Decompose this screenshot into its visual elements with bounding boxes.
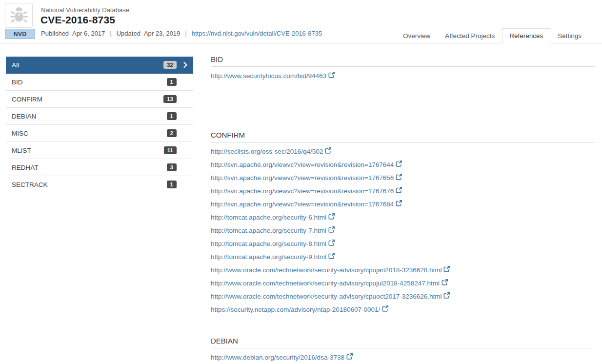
reference-link[interactable]: http://www.oracle.com/technetwork/securi… bbox=[211, 263, 450, 277]
updated-date: Apr 23, 2019 bbox=[144, 30, 180, 37]
external-link-icon bbox=[396, 198, 402, 211]
section-debian: DEBIAN http://www.debian.org/security/20… bbox=[211, 337, 595, 364]
reference-link-row: http://www.oracle.com/technetwork/securi… bbox=[211, 277, 595, 290]
tab-affected-projects[interactable]: Affected Projects bbox=[438, 28, 502, 43]
reference-link[interactable]: http://tomcat.apache.org/security-9.html bbox=[211, 250, 335, 263]
nvd-source-badge: NVD bbox=[5, 29, 35, 39]
sidebar-item-misc[interactable]: MISC 2 bbox=[6, 125, 193, 142]
link-text: http://www.oracle.com/technetwork/securi… bbox=[211, 290, 441, 303]
reference-link-row: http://svn.apache.org/viewvc?view=revisi… bbox=[211, 171, 595, 184]
link-text: http://svn.apache.org/viewvc?view=revisi… bbox=[211, 158, 394, 171]
reference-link-row: http://tomcat.apache.org/security-8.html bbox=[211, 237, 595, 250]
sidebar-item-debian[interactable]: DEBIAN 1 bbox=[6, 108, 193, 125]
link-text: http://svn.apache.org/viewvc?view=revisi… bbox=[211, 171, 394, 184]
section-confirm: CONFIRM http://seclists.org/oss-sec/2016… bbox=[211, 131, 595, 316]
sidebar-item-confirm[interactable]: CONFIRM 13 bbox=[6, 91, 193, 108]
sidebar-item-label: MLIST bbox=[12, 147, 31, 154]
count-badge: 11 bbox=[164, 146, 177, 155]
external-link-icon bbox=[325, 145, 331, 158]
bug-icon bbox=[10, 6, 28, 25]
separator: | bbox=[183, 30, 188, 37]
sidebar-item-label: BID bbox=[12, 79, 23, 86]
sidebar-item-label: DEBIAN bbox=[12, 113, 36, 120]
reference-link[interactable]: http://www.oracle.com/technetwork/securi… bbox=[211, 277, 448, 290]
link-text: http://tomcat.apache.org/security-7.html bbox=[211, 224, 326, 237]
published-date: Apr 6, 2017 bbox=[72, 30, 105, 37]
reference-link[interactable]: http://svn.apache.org/viewvc?view=revisi… bbox=[211, 184, 402, 198]
count-badge: 1 bbox=[167, 112, 177, 121]
link-text: http://www.oracle.com/technetwork/securi… bbox=[211, 263, 441, 277]
page-title: CVE-2016-8735 bbox=[40, 14, 115, 26]
link-text: http://svn.apache.org/viewvc?view=revisi… bbox=[211, 184, 394, 198]
reference-link[interactable]: http://www.securityfocus.com/bid/94463 bbox=[211, 69, 335, 82]
section-title: BID bbox=[211, 55, 595, 67]
page-header: NVD National Vulnerability Database CVE-… bbox=[0, 0, 602, 43]
reference-link-row: http://seclists.org/oss-sec/2016/q4/502 bbox=[211, 145, 595, 158]
reference-link-row: http://tomcat.apache.org/security-6.html bbox=[211, 211, 595, 224]
source-url-link[interactable]: https://nvd.nist.gov/vuln/detail/CVE-201… bbox=[192, 30, 322, 37]
external-link-icon bbox=[328, 69, 335, 82]
count-badge: 13 bbox=[163, 95, 177, 103]
sidebar-item-redhat[interactable]: REDHAT 3 bbox=[6, 159, 193, 176]
separator: | bbox=[108, 30, 113, 37]
section-title: DEBIAN bbox=[211, 337, 595, 348]
reference-link[interactable]: http://svn.apache.org/viewvc?view=revisi… bbox=[211, 158, 402, 171]
section-title: CONFIRM bbox=[211, 131, 595, 142]
sidebar-item-all[interactable]: All 32 bbox=[6, 57, 193, 74]
tab-settings[interactable]: Settings bbox=[550, 28, 589, 43]
link-text: http://www.oracle.com/technetwork/securi… bbox=[211, 277, 440, 290]
sidebar-item-label: REDHAT bbox=[12, 164, 39, 171]
external-link-icon bbox=[396, 184, 402, 198]
reference-link-row: https://security.netapp.com/advisory/nta… bbox=[211, 303, 595, 316]
link-text: http://svn.apache.org/viewvc?view=revisi… bbox=[211, 198, 394, 211]
external-link-icon bbox=[396, 158, 402, 171]
reference-link[interactable]: http://svn.apache.org/viewvc?view=revisi… bbox=[211, 171, 402, 184]
reference-link-row: http://www.oracle.com/technetwork/securi… bbox=[211, 263, 595, 277]
link-text: https://security.netapp.com/advisory/nta… bbox=[211, 303, 380, 316]
updated-label: Updated bbox=[117, 30, 140, 37]
link-text: http://www.securityfocus.com/bid/94463 bbox=[211, 69, 326, 82]
link-text: http://tomcat.apache.org/security-6.html bbox=[211, 211, 326, 224]
reference-link[interactable]: http://tomcat.apache.org/security-8.html bbox=[211, 237, 335, 250]
sidebar-item-label: MISC bbox=[12, 130, 28, 137]
published-label: Published bbox=[41, 30, 69, 37]
external-link-icon bbox=[382, 303, 388, 316]
sidebar-item-bid[interactable]: BID 1 bbox=[6, 74, 193, 91]
meta-row: Published Apr 6, 2017 | Updated Apr 23, … bbox=[41, 30, 322, 37]
reference-link-row: http://svn.apache.org/viewvc?view=revisi… bbox=[211, 184, 595, 198]
sidebar-item-label: SECTRACK bbox=[12, 181, 48, 188]
nvd-logo-box bbox=[5, 3, 33, 28]
reference-link[interactable]: http://tomcat.apache.org/security-6.html bbox=[211, 211, 335, 224]
sidebar-item-mlist[interactable]: MLIST 11 bbox=[6, 142, 193, 159]
reference-link[interactable]: http://www.debian.org/security/2016/dsa-… bbox=[211, 351, 353, 364]
external-link-icon bbox=[328, 211, 335, 224]
count-badge: 3 bbox=[167, 163, 177, 172]
reference-link-row: http://svn.apache.org/viewvc?view=revisi… bbox=[211, 158, 595, 171]
reference-link-row: http://tomcat.apache.org/security-7.html bbox=[211, 224, 595, 237]
sidebar-item-label: All bbox=[12, 61, 19, 69]
count-badge: 2 bbox=[167, 129, 177, 138]
external-link-icon bbox=[396, 171, 402, 184]
reference-link-row: http://tomcat.apache.org/security-9.html bbox=[211, 250, 595, 263]
reference-link[interactable]: https://security.netapp.com/advisory/nta… bbox=[211, 303, 388, 316]
link-text: http://tomcat.apache.org/security-9.html bbox=[211, 250, 326, 263]
external-link-icon bbox=[328, 237, 335, 250]
reference-link-row: http://www.oracle.com/technetwork/securi… bbox=[211, 290, 595, 303]
brand-title: National Vulnerability Database bbox=[41, 6, 129, 14]
tab-bar: Overview Affected Projects References Se… bbox=[396, 28, 589, 43]
section-bid: BID http://www.securityfocus.com/bid/944… bbox=[211, 55, 595, 82]
chevron-right-icon bbox=[177, 62, 187, 68]
link-text: http://tomcat.apache.org/security-8.html bbox=[211, 237, 326, 250]
tab-references[interactable]: References bbox=[502, 28, 550, 43]
link-text: http://seclists.org/oss-sec/2016/q4/502 bbox=[211, 145, 323, 158]
reference-link[interactable]: http://tomcat.apache.org/security-7.html bbox=[211, 224, 335, 237]
tab-overview[interactable]: Overview bbox=[396, 28, 438, 43]
reference-link[interactable]: http://seclists.org/oss-sec/2016/q4/502 bbox=[211, 145, 331, 158]
external-link-icon bbox=[443, 290, 450, 303]
external-link-icon bbox=[328, 224, 335, 237]
reference-link-row: http://www.debian.org/security/2016/dsa-… bbox=[211, 351, 595, 364]
sidebar-item-sectrack[interactable]: SECTRACK 1 bbox=[6, 176, 193, 193]
reference-link[interactable]: http://www.oracle.com/technetwork/securi… bbox=[211, 290, 450, 303]
count-badge: 1 bbox=[167, 181, 177, 189]
reference-link[interactable]: http://svn.apache.org/viewvc?view=revisi… bbox=[211, 198, 402, 211]
